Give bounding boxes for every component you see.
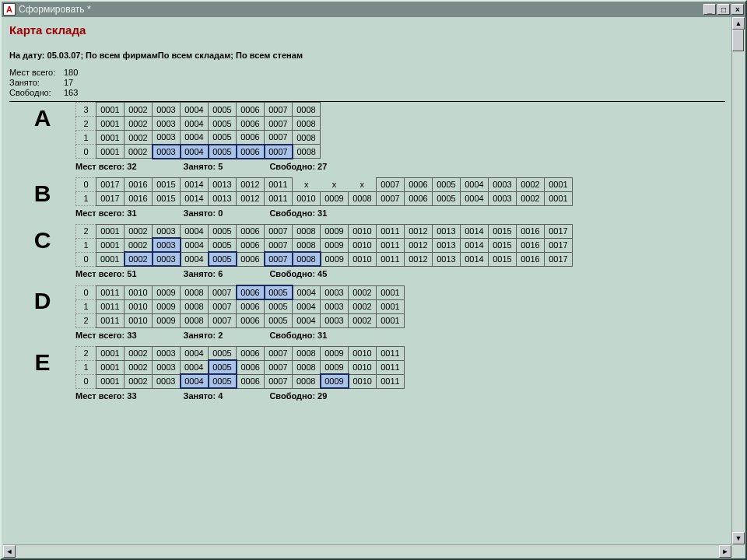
grid-cell[interactable]: 0001 bbox=[96, 374, 124, 388]
grid-cell[interactable]: 0008 bbox=[181, 285, 209, 299]
maximize-button[interactable]: □ bbox=[717, 4, 730, 15]
grid-cell-occupied[interactable]: 0005 bbox=[209, 145, 237, 159]
grid-cell[interactable]: 0001 bbox=[377, 285, 405, 299]
grid-cell-occupied[interactable]: 0007 bbox=[265, 252, 293, 266]
grid-cell[interactable]: 0007 bbox=[265, 346, 293, 360]
grid-cell[interactable]: 0001 bbox=[96, 103, 124, 117]
grid-cell[interactable]: 0013 bbox=[209, 191, 237, 205]
grid-cell[interactable]: 0005 bbox=[265, 299, 293, 313]
grid-cell[interactable]: 0003 bbox=[153, 374, 181, 388]
grid-cell[interactable]: 0004 bbox=[181, 238, 209, 252]
grid-cell[interactable]: 0002 bbox=[124, 346, 153, 360]
grid-cell[interactable]: 0001 bbox=[96, 224, 124, 238]
grid-cell[interactable]: 0011 bbox=[96, 299, 124, 313]
grid-cell[interactable]: 0003 bbox=[153, 224, 181, 238]
grid-cell[interactable]: 0005 bbox=[433, 177, 461, 191]
grid-cell[interactable]: 0003 bbox=[489, 177, 517, 191]
grid-cell[interactable]: 0007 bbox=[209, 299, 237, 313]
grid-cell[interactable]: 0010 bbox=[349, 238, 377, 252]
scroll-up-icon[interactable]: ▲ bbox=[732, 17, 745, 30]
grid-cell[interactable]: 0008 bbox=[293, 131, 321, 145]
vertical-scrollbar[interactable]: ▲ ▼ bbox=[731, 17, 744, 544]
grid-cell[interactable]: 0008 bbox=[293, 360, 321, 374]
grid-cell[interactable]: 0002 bbox=[349, 313, 377, 327]
grid-cell[interactable]: 0017 bbox=[545, 238, 573, 252]
grid-cell[interactable]: 0004 bbox=[181, 131, 209, 145]
grid-cell[interactable]: 0006 bbox=[237, 360, 265, 374]
grid-cell[interactable]: 0009 bbox=[321, 238, 349, 252]
scroll-thumb[interactable] bbox=[732, 30, 744, 51]
grid-cell[interactable]: 0002 bbox=[517, 191, 545, 205]
grid-cell[interactable]: 0008 bbox=[181, 313, 209, 327]
grid-cell[interactable]: 0001 bbox=[377, 313, 405, 327]
grid-cell[interactable]: 0014 bbox=[181, 177, 209, 191]
grid-cell[interactable]: 0009 bbox=[153, 285, 181, 299]
grid-cell[interactable]: 0001 bbox=[96, 360, 124, 374]
grid-cell[interactable]: 0009 bbox=[321, 191, 349, 205]
grid-cell[interactable]: 0015 bbox=[489, 224, 517, 238]
grid-cell[interactable]: 0017 bbox=[96, 191, 124, 205]
grid-cell[interactable]: 0006 bbox=[237, 131, 265, 145]
grid-cell[interactable]: 0010 bbox=[349, 252, 377, 266]
grid-cell[interactable]: 0006 bbox=[237, 238, 265, 252]
grid-cell[interactable]: 0004 bbox=[293, 313, 321, 327]
grid-cell[interactable]: 0011 bbox=[265, 177, 293, 191]
grid-cell[interactable]: 0007 bbox=[265, 238, 293, 252]
grid-cell[interactable]: 0008 bbox=[349, 191, 377, 205]
grid-cell[interactable]: 0005 bbox=[209, 224, 237, 238]
grid-cell[interactable]: 0008 bbox=[293, 238, 321, 252]
grid-cell[interactable]: 0003 bbox=[153, 131, 181, 145]
grid-cell[interactable]: 0001 bbox=[96, 131, 124, 145]
grid-cell[interactable]: 0008 bbox=[181, 299, 209, 313]
grid-cell[interactable]: 0002 bbox=[124, 224, 153, 238]
grid-cell[interactable]: 0002 bbox=[124, 374, 153, 388]
grid-cell[interactable]: 0007 bbox=[377, 177, 405, 191]
grid-cell[interactable]: 0003 bbox=[489, 191, 517, 205]
grid-cell[interactable]: 0004 bbox=[181, 360, 209, 374]
close-button[interactable]: × bbox=[731, 4, 744, 15]
grid-cell[interactable]: 0011 bbox=[96, 285, 124, 299]
minimize-button[interactable]: _ bbox=[703, 4, 716, 15]
grid-cell[interactable]: 0011 bbox=[265, 191, 293, 205]
grid-cell-occupied[interactable]: 0005 bbox=[209, 252, 237, 266]
grid-cell[interactable]: 0007 bbox=[377, 191, 405, 205]
grid-cell[interactable]: 0003 bbox=[153, 117, 181, 131]
grid-cell[interactable]: 0010 bbox=[349, 374, 377, 388]
grid-cell[interactable]: 0006 bbox=[237, 252, 265, 266]
grid-cell-occupied[interactable]: 0005 bbox=[265, 285, 293, 299]
grid-cell[interactable]: 0016 bbox=[517, 224, 545, 238]
grid-cell[interactable]: 0004 bbox=[293, 285, 321, 299]
grid-cell[interactable]: 0005 bbox=[209, 131, 237, 145]
grid-cell[interactable]: 0001 bbox=[545, 177, 573, 191]
grid-cell[interactable]: 0005 bbox=[209, 238, 237, 252]
grid-cell[interactable]: 0014 bbox=[461, 252, 489, 266]
grid-cell[interactable]: 0011 bbox=[96, 313, 124, 327]
grid-cell[interactable]: 0002 bbox=[517, 177, 545, 191]
grid-cell[interactable]: 0012 bbox=[405, 252, 433, 266]
grid-cell[interactable]: 0010 bbox=[124, 299, 153, 313]
grid-cell[interactable]: 0006 bbox=[237, 117, 265, 131]
grid-cell[interactable]: 0002 bbox=[124, 238, 153, 252]
grid-cell[interactable]: 0017 bbox=[545, 224, 573, 238]
grid-cell[interactable]: 0004 bbox=[461, 177, 489, 191]
grid-cell[interactable]: 0003 bbox=[153, 360, 181, 374]
grid-cell[interactable]: 0013 bbox=[433, 224, 461, 238]
grid-cell[interactable]: 0002 bbox=[124, 131, 153, 145]
grid-cell[interactable]: 0011 bbox=[377, 360, 405, 374]
grid-cell[interactable]: 0001 bbox=[96, 252, 124, 266]
grid-cell-occupied[interactable]: 0006 bbox=[237, 145, 265, 159]
grid-cell-occupied[interactable]: 0002 bbox=[124, 252, 153, 266]
grid-cell[interactable]: 0011 bbox=[377, 252, 405, 266]
grid-cell-occupied[interactable]: 0009 bbox=[321, 374, 349, 388]
grid-cell[interactable]: 0006 bbox=[237, 224, 265, 238]
grid-cell[interactable]: 0011 bbox=[377, 224, 405, 238]
grid-cell[interactable]: 0003 bbox=[321, 285, 349, 299]
grid-cell[interactable]: 0005 bbox=[209, 346, 237, 360]
grid-cell[interactable]: 0013 bbox=[433, 238, 461, 252]
grid-cell[interactable]: 0004 bbox=[181, 346, 209, 360]
grid-cell[interactable]: 0008 bbox=[293, 224, 321, 238]
grid-cell-occupied[interactable]: 0003 bbox=[153, 145, 181, 159]
grid-cell-occupied[interactable]: 0005 bbox=[209, 360, 237, 374]
grid-cell[interactable]: 0010 bbox=[349, 224, 377, 238]
grid-cell[interactable]: 0001 bbox=[96, 346, 124, 360]
